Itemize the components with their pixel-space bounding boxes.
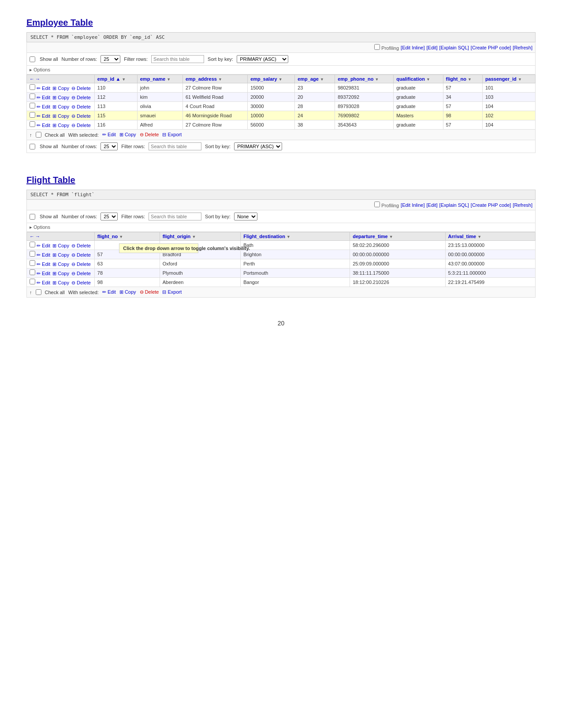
row-copy-btn[interactable]: ⊞ Copy [52, 271, 69, 276]
row-delete-btn[interactable]: ⊖ Delete [71, 280, 91, 285]
employee-sort-passengerid[interactable]: passenger_id [485, 76, 517, 82]
employee-show-all-checkbox[interactable] [30, 56, 35, 62]
employee-edit-inline-link[interactable]: [Edit Inline] [401, 45, 424, 50]
flight-bottom-export[interactable]: ⊟ Export [162, 289, 182, 295]
flight-departure-dropdown[interactable]: ▼ [389, 235, 393, 239]
row-checkbox[interactable] [30, 112, 35, 118]
employee-th-flightno[interactable]: flight_no ▼ [443, 75, 482, 83]
employee-empphone-dropdown[interactable]: ▼ [375, 77, 379, 82]
row-delete-btn[interactable]: ⊖ Delete [71, 271, 91, 276]
employee-create-php-link[interactable]: [Create PHP code] [471, 45, 511, 50]
row-checkbox[interactable] [30, 242, 35, 247]
row-copy-btn[interactable]: ⊞ Copy [52, 95, 69, 100]
employee-th-empname[interactable]: emp_name ▼ [137, 75, 182, 83]
employee-bottom-sort-select[interactable]: PRIMARY (ASC) [234, 142, 282, 150]
employee-flightno-dropdown[interactable]: ▼ [468, 77, 472, 82]
employee-options-toggle[interactable]: ▸ Options [30, 67, 50, 72]
row-copy-btn[interactable]: ⊞ Copy [52, 86, 69, 91]
employee-th-qualification[interactable]: qualification ▼ [394, 75, 443, 83]
flight-flightdest-dropdown[interactable]: ▼ [287, 235, 290, 239]
flight-sort-select[interactable]: None [234, 213, 257, 220]
flight-profiling-input[interactable] [374, 202, 380, 207]
row-edit-btn[interactable]: ✏ Edit [37, 261, 50, 267]
employee-profiling-input[interactable] [374, 44, 380, 50]
row-checkbox[interactable] [30, 93, 35, 99]
row-edit-btn[interactable]: ✏ Edit [37, 86, 50, 91]
flight-show-all-checkbox[interactable] [30, 214, 35, 220]
row-delete-btn[interactable]: ⊖ Delete [71, 95, 91, 100]
flight-refresh-link[interactable]: [Refresh] [513, 202, 532, 208]
flight-flightno-dropdown[interactable]: ▼ Click the drop down arrow to toggle co… [119, 235, 123, 239]
flight-th-departure[interactable]: departure_time ▼ [350, 232, 445, 241]
employee-refresh-link[interactable]: [Refresh] [513, 45, 532, 50]
employee-qualification-dropdown[interactable]: ▼ [426, 77, 430, 82]
row-copy-btn[interactable]: ⊞ Copy [52, 280, 69, 285]
flight-nav-right[interactable]: → [35, 234, 40, 239]
row-edit-btn[interactable]: ✏ Edit [37, 243, 50, 248]
row-copy-btn[interactable]: ⊞ Copy [52, 113, 69, 119]
row-checkbox[interactable] [30, 251, 35, 257]
flight-edit-inline-link[interactable]: [Edit Inline] [401, 202, 424, 208]
flight-th-flightno[interactable]: flight_no ▼ Click the drop down arrow to… [94, 232, 160, 241]
flight-sort-flightorigin[interactable]: flight_origin [163, 234, 191, 239]
employee-sort-empsalary[interactable]: emp_salary [250, 76, 277, 82]
row-delete-btn[interactable]: ⊖ Delete [71, 261, 91, 267]
row-delete-btn[interactable]: ⊖ Delete [71, 252, 91, 258]
row-checkbox[interactable] [30, 103, 35, 108]
flight-flightorigin-dropdown[interactable]: ▼ [192, 235, 196, 239]
flight-bottom-delete[interactable]: ⊖ Delete [140, 289, 159, 295]
flight-create-php-link[interactable]: [Create PHP code] [471, 202, 511, 208]
employee-th-passengerid[interactable]: passenger_id ▼ [482, 75, 535, 83]
employee-bottom-copy[interactable]: ⊞ Copy [119, 132, 136, 138]
employee-bottom-edit[interactable]: ✏ Edit [102, 132, 116, 138]
employee-bottom-delete[interactable]: ⊖ Delete [140, 132, 159, 138]
employee-th-empaddress[interactable]: emp_address ▼ [182, 75, 247, 83]
flight-filter-input[interactable] [149, 213, 201, 220]
flight-bottom-copy[interactable]: ⊞ Copy [119, 289, 136, 295]
row-delete-btn[interactable]: ⊖ Delete [71, 86, 91, 91]
flight-check-all[interactable] [36, 289, 41, 295]
flight-num-rows-select[interactable]: 25 [100, 213, 118, 220]
row-edit-btn[interactable]: ✏ Edit [37, 280, 50, 285]
employee-empaddress-dropdown[interactable]: ▼ [218, 77, 222, 82]
flight-options-toggle[interactable]: ▸ Options [30, 224, 50, 230]
employee-th-empage[interactable]: emp_age ▼ [295, 75, 335, 83]
flight-th-flightorigin[interactable]: flight_origin ▼ [160, 232, 240, 241]
flight-explain-sql-link[interactable]: [Explain SQL] [439, 202, 469, 208]
row-delete-btn[interactable]: ⊖ Delete [71, 123, 91, 128]
row-copy-btn[interactable]: ⊞ Copy [52, 261, 69, 267]
row-edit-btn[interactable]: ✏ Edit [37, 104, 50, 109]
employee-sort-select[interactable]: PRIMARY (ASC) PRIMARY (DESC) [237, 55, 288, 63]
employee-sort-qualification[interactable]: qualification [396, 76, 425, 82]
employee-profiling-checkbox[interactable]: Profiling [374, 44, 399, 51]
employee-num-rows-select[interactable]: 25 50 100 [100, 55, 120, 63]
row-copy-btn[interactable]: ⊞ Copy [52, 123, 69, 128]
row-checkbox[interactable] [30, 279, 35, 284]
employee-nav-left[interactable]: ← [30, 76, 34, 82]
employee-bottom-export[interactable]: ⊟ Export [162, 132, 182, 138]
flight-sort-arrival[interactable]: Arrival_time [448, 234, 476, 239]
employee-sort-empname[interactable]: emp_name [140, 76, 165, 82]
row-checkbox[interactable] [30, 84, 35, 90]
flight-sort-flightno[interactable]: flight_no [97, 234, 118, 239]
flight-sort-flightdest[interactable]: Flight_destination [243, 234, 285, 239]
row-delete-btn[interactable]: ⊖ Delete [71, 243, 91, 248]
row-delete-btn[interactable]: ⊖ Delete [71, 104, 91, 109]
flight-sort-departure[interactable]: departure_time [353, 234, 387, 239]
employee-empid-dropdown[interactable]: ▼ [122, 77, 126, 82]
employee-sort-empage[interactable]: emp_age [298, 76, 319, 82]
row-copy-btn[interactable]: ⊞ Copy [52, 243, 69, 248]
row-edit-btn[interactable]: ✏ Edit [37, 252, 50, 258]
employee-bottom-num-rows-select[interactable]: 25 [100, 142, 118, 150]
flight-nav-left[interactable]: ← [30, 234, 34, 239]
employee-empage-dropdown[interactable]: ▼ [320, 77, 324, 82]
employee-empsalary-dropdown[interactable]: ▼ [279, 77, 283, 82]
employee-edit-link[interactable]: [Edit] [427, 45, 438, 50]
row-edit-btn[interactable]: ✏ Edit [37, 271, 50, 276]
employee-th-empid[interactable]: emp_id ▲ ▼ [94, 75, 137, 83]
row-checkbox[interactable] [30, 121, 35, 127]
flight-edit-link[interactable]: [Edit] [427, 202, 438, 208]
employee-bottom-filter-input[interactable] [149, 142, 201, 150]
row-delete-btn[interactable]: ⊖ Delete [71, 113, 91, 119]
employee-sort-flightno[interactable]: flight_no [446, 76, 466, 82]
